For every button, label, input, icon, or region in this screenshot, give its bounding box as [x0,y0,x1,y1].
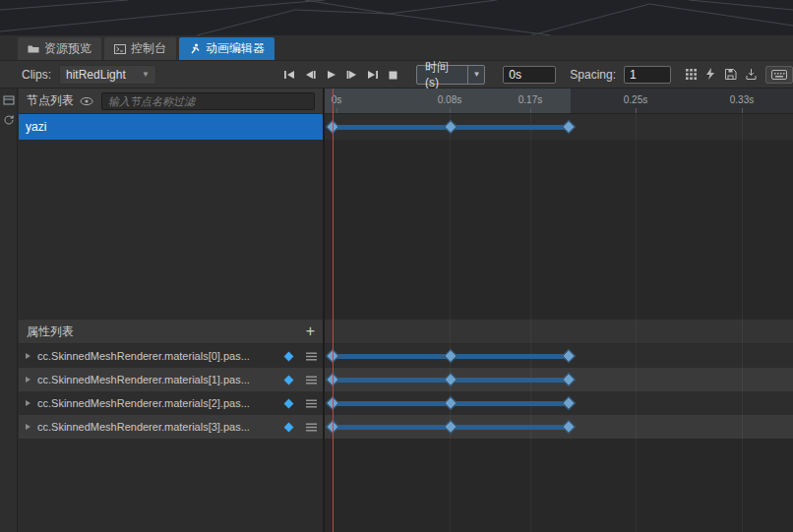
export-icon[interactable] [745,68,758,81]
ruler-tick-mark [530,108,531,113]
property-header-band [325,319,793,344]
timeline-gridline [450,114,451,532]
node-keyframe-track[interactable] [325,114,793,140]
chevron-down-icon: ▼ [467,66,484,84]
property-label: cc.SkinnedMeshRenderer.materials[3].pas.… [37,421,285,433]
toolbar-icons [685,66,793,84]
chevron-right-icon[interactable] [26,353,30,359]
animation-icon [189,43,201,54]
ruler-tick-mark [450,108,451,113]
time-mode-select[interactable]: 时间(s) ▼ [416,65,485,85]
timeline-ruler[interactable]: 0s0.08s0.17s0.25s0.33s [325,89,793,114]
keyframe-diamond[interactable] [444,373,458,386]
chevron-right-icon[interactable] [26,400,30,406]
keyframe-icon[interactable] [284,375,294,384]
keyframe-diamond[interactable] [444,420,458,434]
tab-label: 控制台 [131,40,166,57]
menu-icon[interactable] [306,376,317,384]
chevron-down-icon: ▼ [142,70,150,79]
keyframe-diamond[interactable] [444,396,458,410]
node-row-yazi[interactable]: yazi [19,114,323,140]
keyframe-diamond[interactable] [562,396,576,410]
node-list-header: 节点列表 [19,89,323,114]
timeline-gridline [530,114,531,532]
playhead[interactable] [333,89,334,532]
skip-last-button[interactable] [363,67,382,83]
keyframe-icon[interactable] [284,398,294,408]
property-keyframe-track[interactable] [325,368,793,391]
keyframe-diamond[interactable] [562,420,576,434]
folder-icon [28,44,39,54]
property-keyframe-track[interactable] [325,415,793,439]
play-button[interactable] [322,67,340,83]
eye-icon[interactable] [80,96,93,106]
property-label: cc.SkinnedMeshRenderer.materials[2].pas.… [37,397,285,409]
property-label: cc.SkinnedMeshRenderer.materials[0].pas.… [37,350,285,362]
flash-icon[interactable] [705,68,716,81]
ruler-tick-mark [742,108,743,113]
property-row[interactable]: cc.SkinnedMeshRenderer.materials[3].pas.… [19,415,323,439]
skip-first-button[interactable] [280,67,299,83]
node-filter-input[interactable] [101,92,315,110]
panel-tabbar: 资源预览 控制台 动画编辑器 [0,35,793,61]
property-label: cc.SkinnedMeshRenderer.materials[1].pas.… [37,374,285,385]
tab-animation-editor[interactable]: 动画编辑器 [179,37,274,60]
property-keyframe-track[interactable] [325,391,793,415]
keyboard-shortcuts-button[interactable] [765,66,793,84]
keyframe-diamond[interactable] [562,120,576,134]
time-mode-label: 时间(s) [417,66,467,84]
spacing-input[interactable] [624,66,671,84]
chevron-right-icon[interactable] [26,377,30,383]
tab-label: 动画编辑器 [206,40,265,57]
time-input[interactable] [503,66,556,84]
animation-editor-window: 资源预览 控制台 动画编辑器 Clips: hitRedLight ▼ [0,0,793,532]
add-property-button[interactable]: + [306,324,315,339]
timeline-gridline [742,114,743,532]
animation-toolbar: Clips: hitRedLight ▼ [0,61,793,89]
keyframe-diamond[interactable] [562,373,576,386]
ruler-tick-label: 0.33s [730,94,754,105]
keyframe-icon[interactable] [284,422,294,432]
refresh-icon[interactable] [3,114,15,126]
property-row[interactable]: cc.SkinnedMeshRenderer.materials[0].pas.… [19,344,323,368]
save-icon[interactable] [724,68,737,81]
keyframe-diamond[interactable] [444,120,458,134]
keyframe-diamond[interactable] [444,349,458,363]
node-list-title: 节点列表 [27,92,74,109]
clip-name: hitRedLight [66,68,126,82]
property-list-header: 属性列表 + [19,319,323,344]
property-row[interactable]: cc.SkinnedMeshRenderer.materials[1].pas.… [19,368,323,391]
timeline-gridline [636,114,637,532]
left-panel: 节点列表 yazi 属性列表 + cc.SkinnedMeshRenderer.… [19,89,323,532]
clip-select[interactable]: hitRedLight ▼ [59,65,156,85]
tab-console[interactable]: 控制台 [104,37,176,60]
dock-icon[interactable] [3,94,15,106]
tab-asset-preview[interactable]: 资源预览 [18,37,101,60]
timeline-body[interactable] [325,114,793,532]
ruler-tick-mark [336,108,337,113]
wireframe-graphic [0,0,793,35]
ruler-tick-label: 0.17s [518,94,542,105]
chevron-right-icon[interactable] [26,424,30,430]
step-back-button[interactable] [301,67,320,83]
step-forward-button[interactable] [342,67,361,83]
keyframe-diamond[interactable] [562,349,576,363]
menu-icon[interactable] [306,399,317,408]
console-icon [114,44,126,54]
timeline: 0s0.08s0.17s0.25s0.33s [323,89,793,532]
grid-icon[interactable] [685,68,698,81]
ruler-tick-label: 0.08s [438,94,461,105]
menu-icon[interactable] [306,423,317,432]
tab-label: 资源预览 [44,40,92,57]
ruler-tick-label: 0.25s [624,94,647,105]
property-list-title: 属性列表 [27,324,74,340]
menu-icon[interactable] [306,352,317,361]
node-name: yazi [26,120,46,134]
ruler-tick-mark [636,108,637,113]
side-strip [0,89,18,532]
spacing-label: Spacing: [570,68,616,82]
keyframe-icon[interactable] [284,351,294,361]
property-row[interactable]: cc.SkinnedMeshRenderer.materials[2].pas.… [19,391,323,415]
property-keyframe-track[interactable] [325,344,793,368]
stop-button[interactable] [384,67,402,83]
